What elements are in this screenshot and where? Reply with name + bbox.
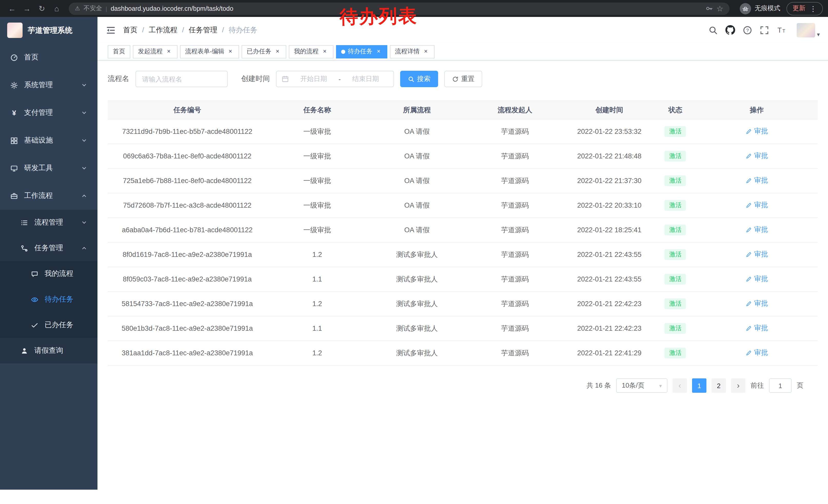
create-time-label: 创建时间 bbox=[241, 74, 270, 84]
update-label[interactable]: 更新 bbox=[793, 4, 805, 13]
tab-start-process[interactable]: 发起流程× bbox=[133, 45, 177, 58]
breadcrumb-item-workflow[interactable]: 工作流程 bbox=[137, 26, 177, 35]
caret-down-icon: ▾ bbox=[817, 32, 820, 37]
key-icon[interactable] bbox=[705, 5, 713, 12]
task-process: OA 请假 bbox=[404, 152, 430, 160]
url-text[interactable]: dashboard.yudao.iocoder.cn/bpm/task/todo bbox=[111, 5, 233, 12]
tab-todo-tasks[interactable]: 待办任务× bbox=[336, 45, 387, 58]
tab-process-form-edit[interactable]: 流程表单-编辑× bbox=[180, 45, 239, 58]
sidebar-item-process-mgmt[interactable]: 流程管理 bbox=[0, 210, 97, 235]
sidebar-item-dev-tools[interactable]: 研发工具 bbox=[0, 154, 97, 182]
task-process: 测试多审批人 bbox=[396, 250, 438, 258]
approve-link[interactable]: 审批 bbox=[745, 201, 768, 210]
reload-icon[interactable]: ↻ bbox=[35, 2, 49, 15]
approve-link[interactable]: 审批 bbox=[745, 151, 768, 161]
sidebar-item-infrastructure[interactable]: 基础设施 bbox=[0, 127, 97, 154]
sidebar-item-label: 我的流程 bbox=[45, 269, 87, 278]
incognito-badge[interactable]: 无痕模式 bbox=[740, 3, 780, 14]
more-menu-icon[interactable]: ⋮ bbox=[810, 4, 817, 12]
logo[interactable]: 芋道管理系统 bbox=[0, 17, 97, 44]
close-tab-icon[interactable]: × bbox=[274, 48, 281, 55]
process-name-label: 流程名 bbox=[108, 74, 129, 84]
approve-link[interactable]: 审批 bbox=[745, 324, 768, 333]
close-tab-icon[interactable]: × bbox=[321, 48, 328, 55]
sidebar-item-workflow[interactable]: 工作流程 bbox=[0, 182, 97, 210]
forward-icon[interactable]: → bbox=[20, 2, 34, 15]
bookmark-star-icon[interactable]: ☆ bbox=[716, 4, 723, 13]
prev-page-button[interactable]: ‹ bbox=[672, 378, 687, 393]
end-date-placeholder[interactable]: 结束日期 bbox=[343, 74, 388, 84]
task-name: 1.2 bbox=[313, 349, 322, 357]
sidebar-item-payment-mgmt[interactable]: ¥ 支付管理 bbox=[0, 99, 97, 127]
avatar-image bbox=[797, 23, 816, 37]
sidebar-item-todo-tasks[interactable]: 待办任务 bbox=[0, 287, 97, 312]
back-icon[interactable]: ← bbox=[5, 2, 19, 15]
table-row: a6aba0a4-7b6d-11ec-b781-acde48001122 一级审… bbox=[108, 218, 818, 242]
tags-view: 首页 发起流程× 流程表单-编辑× 已办任务× 我的流程× 待办任务× 流程详情… bbox=[97, 43, 828, 60]
goto-page-input[interactable] bbox=[769, 378, 792, 393]
font-size-icon[interactable]: TT bbox=[777, 26, 786, 35]
goto-label: 前往 bbox=[750, 381, 764, 390]
sidebar-item-home[interactable]: 首页 bbox=[0, 44, 97, 71]
page-number-1[interactable]: 1 bbox=[692, 378, 706, 393]
sidebar-item-task-mgmt[interactable]: 任务管理 bbox=[0, 235, 97, 261]
eye-icon bbox=[31, 295, 38, 303]
sidebar-item-leave-query[interactable]: 请假查询 bbox=[0, 338, 97, 364]
edit-pen-icon bbox=[745, 251, 752, 258]
close-tab-icon[interactable]: × bbox=[227, 48, 234, 55]
close-tab-icon[interactable]: × bbox=[165, 48, 172, 55]
col-task-id: 任务编号 bbox=[108, 101, 267, 119]
status-badge: 激活 bbox=[665, 126, 686, 137]
approve-link[interactable]: 审批 bbox=[745, 250, 768, 259]
approve-link[interactable]: 审批 bbox=[745, 349, 768, 358]
search-button[interactable]: 搜索 bbox=[400, 71, 438, 87]
sidebar-item-system-mgmt[interactable]: 系统管理 bbox=[0, 71, 97, 99]
page-size-select[interactable]: 10条/页 ▾ bbox=[616, 378, 667, 393]
approve-link[interactable]: 审批 bbox=[745, 225, 768, 235]
close-tab-icon[interactable]: × bbox=[375, 48, 382, 55]
hamburger-icon[interactable] bbox=[106, 25, 116, 35]
date-range-picker[interactable]: 开始日期 - 结束日期 bbox=[276, 71, 394, 87]
sidebar-item-done-tasks[interactable]: 已办任务 bbox=[0, 312, 97, 338]
start-date-placeholder[interactable]: 开始日期 bbox=[291, 74, 336, 84]
task-created: 2022-01-21 22:42:23 bbox=[577, 300, 641, 308]
help-icon[interactable]: ? bbox=[743, 26, 752, 35]
security-label[interactable]: 不安全 bbox=[84, 4, 102, 13]
tab-home[interactable]: 首页 bbox=[108, 45, 130, 58]
approve-link[interactable]: 审批 bbox=[745, 299, 768, 308]
process-name-input[interactable] bbox=[135, 71, 228, 87]
tab-process-detail[interactable]: 流程详情× bbox=[390, 45, 434, 58]
fullscreen-icon[interactable] bbox=[760, 26, 769, 35]
home-icon[interactable]: ⌂ bbox=[50, 2, 64, 15]
tab-my-process[interactable]: 我的流程× bbox=[289, 45, 333, 58]
search-icon[interactable] bbox=[709, 26, 718, 35]
edit-pen-icon bbox=[745, 153, 752, 159]
sidebar-item-label: 系统管理 bbox=[24, 81, 81, 90]
breadcrumb-item-home[interactable]: 首页 bbox=[123, 26, 137, 35]
edit-pen-icon bbox=[745, 177, 752, 184]
user-avatar[interactable]: ▾ bbox=[797, 23, 820, 37]
reset-button[interactable]: 重置 bbox=[444, 71, 482, 87]
task-initiator: 芋道源码 bbox=[501, 127, 529, 135]
sidebar-item-my-process[interactable]: 我的流程 bbox=[0, 261, 97, 287]
approve-link[interactable]: 审批 bbox=[745, 127, 768, 136]
sidebar-menu: 首页 系统管理 ¥ 支付管理 基础设施 研发工具 bbox=[0, 44, 97, 364]
yen-icon: ¥ bbox=[10, 109, 18, 117]
next-page-button[interactable]: › bbox=[731, 378, 745, 393]
breadcrumb-item-task-mgmt[interactable]: 任务管理 bbox=[177, 26, 217, 35]
task-name: 1.2 bbox=[313, 251, 322, 259]
page-number-2[interactable]: 2 bbox=[711, 378, 726, 393]
approve-link[interactable]: 审批 bbox=[745, 275, 768, 284]
task-initiator: 芋道源码 bbox=[501, 349, 529, 357]
task-created: 2022-01-21 22:43:55 bbox=[577, 275, 641, 283]
tab-done-tasks[interactable]: 已办任务× bbox=[242, 45, 286, 58]
close-tab-icon[interactable]: × bbox=[422, 48, 429, 55]
approve-link[interactable]: 审批 bbox=[745, 176, 768, 185]
sidebar: 芋道管理系统 首页 系统管理 ¥ 支付管理 基础设施 bbox=[0, 17, 97, 490]
table-row: 069c6a63-7b8a-11ec-8ef0-acde48001122 一级审… bbox=[108, 144, 818, 169]
edit-pen-icon bbox=[745, 276, 752, 282]
update-button[interactable]: 更新 ⋮ bbox=[786, 2, 823, 15]
navbar-tools: ? TT ▾ bbox=[709, 23, 820, 37]
chevron-down-icon bbox=[81, 220, 87, 226]
github-icon[interactable] bbox=[726, 25, 735, 35]
